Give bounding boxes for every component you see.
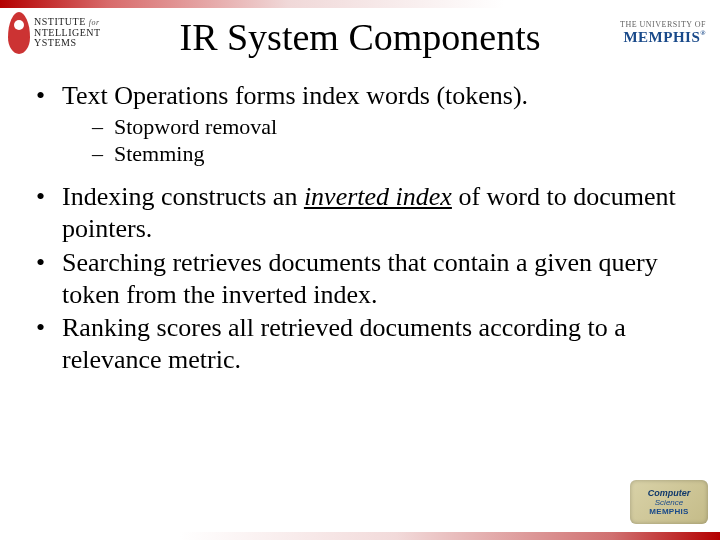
sub-bullet-group: – Stopword removal – Stemming: [92, 114, 690, 168]
bullet-item: • Ranking scores all retrieved documents…: [34, 312, 690, 375]
footer-logo-line: Computer: [648, 488, 691, 498]
bullet-item: • Text Operations forms index words (tok…: [34, 80, 690, 112]
bullet-text: Ranking scores all retrieved documents a…: [62, 312, 690, 375]
bullet-mark: •: [34, 312, 62, 375]
slide-title: IR System Components: [0, 15, 720, 59]
sub-bullet-item: – Stemming: [92, 141, 690, 168]
sub-bullet-mark: –: [92, 114, 114, 141]
slide-content: • Text Operations forms index words (tok…: [34, 80, 690, 378]
sub-bullet-text: Stemming: [114, 141, 204, 168]
bullet-mark: •: [34, 181, 62, 244]
bullet-item: • Indexing constructs an inverted index …: [34, 181, 690, 244]
bullet-mark: •: [34, 80, 62, 112]
bullet-mark: •: [34, 247, 62, 310]
bullet-text: Text Operations forms index words (token…: [62, 80, 690, 112]
sub-bullet-mark: –: [92, 141, 114, 168]
bullet-text: Searching retrieves documents that conta…: [62, 247, 690, 310]
bottom-accent-bar: [0, 532, 720, 540]
emphasized-term: inverted index: [304, 182, 452, 211]
bullet-item: • Searching retrieves documents that con…: [34, 247, 690, 310]
footer-dept-logo: Computer Science MEMPHIS: [630, 480, 708, 524]
sub-bullet-item: – Stopword removal: [92, 114, 690, 141]
footer-logo-line: MEMPHIS: [649, 507, 688, 516]
sub-bullet-text: Stopword removal: [114, 114, 277, 141]
bullet-text: Indexing constructs an inverted index of…: [62, 181, 690, 244]
footer-logo-line: Science: [655, 498, 683, 507]
top-accent-bar: [0, 0, 720, 8]
